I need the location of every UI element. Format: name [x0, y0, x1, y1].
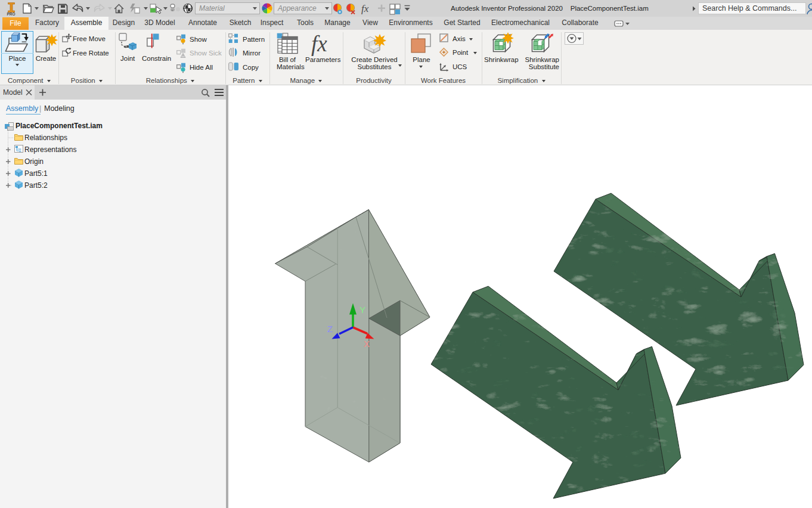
- svg-text:Z: Z: [327, 324, 333, 334]
- svg-text:PRO: PRO: [7, 12, 16, 16]
- svg-text:Y: Y: [359, 305, 365, 315]
- svg-text:fx: fx: [311, 32, 327, 56]
- svg-text:fx: fx: [361, 3, 369, 14]
- svg-text:X: X: [364, 339, 370, 349]
